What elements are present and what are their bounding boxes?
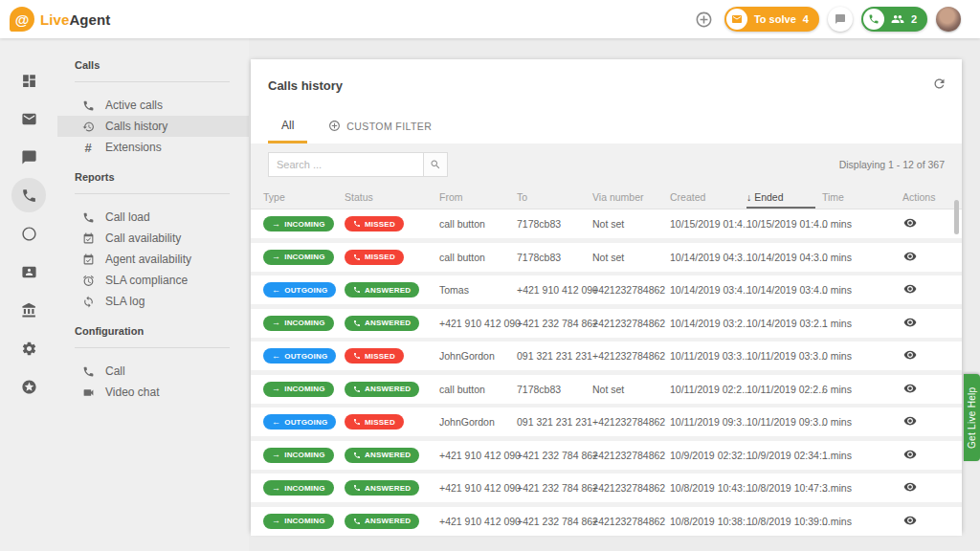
table-row[interactable]: →INCOMING MISSED call button 7178cb83 No… bbox=[251, 243, 962, 272]
liveagent-logo[interactable]: @ LiveAgent bbox=[0, 7, 110, 32]
sidebar-item-call-load[interactable]: Call load bbox=[57, 207, 249, 228]
table-row[interactable]: →INCOMING ANSWERED +421 910 412 090 +421… bbox=[251, 507, 962, 536]
sidebar-section-title: Calls bbox=[57, 59, 249, 71]
table-row[interactable]: →INCOMING MISSED call button 7178cb83 No… bbox=[251, 209, 962, 238]
table-row[interactable]: ←OUTGOING MISSED JohnGordon 091 321 231 … bbox=[251, 408, 962, 436]
view-call-button[interactable] bbox=[903, 414, 917, 428]
refresh-button[interactable] bbox=[932, 77, 947, 95]
bank-icon bbox=[21, 302, 37, 319]
add-button[interactable] bbox=[693, 8, 716, 31]
sidebar-item-sla-log[interactable]: SLA log bbox=[57, 291, 249, 312]
table-row[interactable]: ←OUTGOING MISSED JohnGordon 091 321 231 … bbox=[251, 342, 962, 370]
eye-icon bbox=[903, 250, 917, 263]
rail-item-phone[interactable] bbox=[11, 178, 46, 212]
view-call-button[interactable] bbox=[903, 282, 917, 296]
table-row[interactable]: →INCOMING ANSWERED +421 910 412 090 +421… bbox=[251, 441, 962, 470]
view-call-button[interactable] bbox=[903, 348, 917, 362]
column-header-time[interactable]: Time bbox=[822, 191, 882, 203]
table-row[interactable]: →INCOMING ANSWERED +421 910 412 090 +421… bbox=[251, 309, 962, 338]
eye-icon bbox=[903, 216, 917, 230]
column-header-to[interactable]: To bbox=[517, 191, 592, 203]
handset-icon bbox=[353, 386, 361, 393]
cell-time: 0 mins bbox=[822, 416, 882, 428]
view-call-button[interactable] bbox=[903, 480, 917, 494]
phone-icon bbox=[863, 9, 884, 30]
sidebar-item-agent-availability[interactable]: Agent availability bbox=[57, 249, 249, 270]
chats-button[interactable] bbox=[828, 7, 853, 32]
view-call-button[interactable] bbox=[903, 316, 917, 329]
cell-to: 7178cb83 bbox=[517, 218, 592, 230]
eye-icon bbox=[903, 348, 917, 362]
sidebar-item-extensions[interactable]: #Extensions bbox=[57, 137, 249, 158]
rail-item-bank[interactable] bbox=[11, 293, 46, 327]
call-type-badge: →INCOMING bbox=[263, 480, 334, 496]
cell-created: 10/9/2019 02:32:... bbox=[670, 450, 746, 461]
cell-time: 0 mins bbox=[822, 218, 882, 230]
call-status-badge: ANSWERED bbox=[345, 382, 419, 397]
column-header-via-number[interactable]: Via number bbox=[592, 191, 670, 203]
phone-icon bbox=[82, 99, 95, 112]
to-solve-button[interactable]: To solve 4 bbox=[724, 7, 819, 32]
cell-ended: 10/11/2019 09:3... bbox=[746, 416, 822, 428]
cell-via-number: +421232784862 bbox=[592, 416, 670, 428]
rail-item-star-circle[interactable] bbox=[11, 369, 46, 404]
agents-online-count: 2 bbox=[911, 13, 917, 25]
call-status-badge: MISSED bbox=[345, 414, 404, 430]
cell-from: +421 910 412 090 bbox=[439, 482, 517, 494]
cell-to: +421 232 784 862 bbox=[517, 450, 592, 461]
column-header-status[interactable]: Status bbox=[345, 191, 439, 203]
view-call-button[interactable] bbox=[903, 382, 917, 395]
cell-to: +421 910 412 090 bbox=[517, 284, 592, 296]
cell-time: 0 mins bbox=[822, 516, 882, 527]
cell-via-number: Not set bbox=[592, 218, 670, 230]
rail-item-contact-card[interactable] bbox=[11, 254, 46, 289]
sort-arrow-icon: ↓ bbox=[746, 191, 751, 203]
rail-item-ring[interactable] bbox=[11, 216, 46, 251]
call-status-badge: ANSWERED bbox=[345, 448, 419, 463]
rail-item-chat[interactable] bbox=[11, 140, 46, 174]
view-call-button[interactable] bbox=[903, 448, 917, 461]
sidebar-item-video-chat[interactable]: Video chat bbox=[57, 382, 249, 403]
view-call-button[interactable] bbox=[903, 250, 917, 263]
handset-icon bbox=[353, 286, 361, 294]
cell-from: +421 910 412 090 bbox=[439, 318, 517, 329]
search-input[interactable] bbox=[268, 152, 423, 177]
user-avatar[interactable] bbox=[936, 7, 961, 32]
table-row[interactable]: →INCOMING ANSWERED call button 7178cb83 … bbox=[251, 375, 962, 404]
sidebar-item-calls-history[interactable]: Calls history bbox=[57, 116, 249, 137]
get-live-help-button[interactable]: Get Live Help bbox=[964, 374, 980, 461]
cell-time: 1 mins bbox=[822, 318, 882, 329]
eye-icon bbox=[903, 316, 917, 329]
cell-to: 7178cb83 bbox=[517, 384, 592, 395]
tab-all[interactable]: All bbox=[268, 112, 307, 143]
phone-icon bbox=[82, 365, 95, 378]
agents-online-button[interactable]: 2 bbox=[861, 7, 927, 32]
rail-item-dashboard[interactable] bbox=[11, 63, 46, 98]
divider bbox=[75, 81, 230, 82]
rail-item-mail[interactable] bbox=[11, 101, 46, 136]
cell-time: 3 mins bbox=[822, 482, 882, 494]
sidebar-item-call-availability[interactable]: Call availability bbox=[57, 228, 249, 249]
table-header: Type Status From To Via number Created ↓… bbox=[251, 186, 962, 209]
direction-arrow-icon: → bbox=[272, 385, 280, 393]
direction-arrow-icon: → bbox=[272, 517, 280, 525]
table-scrollbar[interactable] bbox=[954, 200, 959, 234]
sidebar-item-call[interactable]: Call bbox=[57, 361, 249, 382]
column-header-ended[interactable]: ↓ Ended bbox=[746, 186, 815, 209]
view-call-button[interactable] bbox=[903, 514, 917, 527]
sidebar-item-active-calls[interactable]: Active calls bbox=[57, 95, 249, 116]
calendar-check-icon bbox=[82, 232, 95, 245]
icon-rail bbox=[0, 38, 57, 551]
column-header-from[interactable]: From bbox=[439, 191, 517, 203]
rail-item-gear[interactable] bbox=[11, 331, 46, 365]
table-row[interactable]: →INCOMING ANSWERED +421 910 412 090 +421… bbox=[251, 474, 962, 502]
search-button[interactable] bbox=[423, 152, 448, 177]
column-header-type[interactable]: Type bbox=[263, 191, 345, 203]
column-header-created[interactable]: Created bbox=[670, 191, 746, 203]
sidebar-item-sla-compliance[interactable]: SLA compliance bbox=[57, 270, 249, 291]
view-call-button[interactable] bbox=[903, 216, 917, 230]
handset-icon bbox=[353, 220, 361, 228]
tab-custom-filter[interactable]: CUSTOM FILTER bbox=[315, 113, 445, 143]
panel-header: Calls history All CUSTOM FILTER bbox=[251, 59, 962, 143]
table-row[interactable]: ←OUTGOING ANSWERED Tomas +421 910 412 09… bbox=[251, 276, 962, 304]
